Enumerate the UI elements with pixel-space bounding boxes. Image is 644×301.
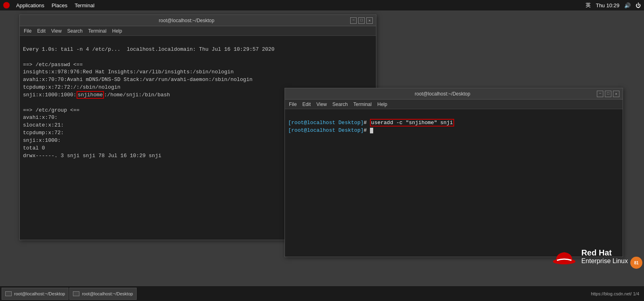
t1-view-menu[interactable]: View xyxy=(49,27,64,35)
places-menu[interactable]: Places xyxy=(48,2,71,9)
system-bar-menu: Applications Places Terminal xyxy=(13,2,98,9)
watch-output-line: Every 1.0s: tail -n 4 /etc/p... localhos… xyxy=(23,46,274,52)
maximize-button-1[interactable]: □ xyxy=(358,17,365,24)
t2-cmd-line-2: [root@localhost Desktop]# xyxy=(288,127,373,133)
terminal-1-titlebar: root@localhost:~/Desktop − □ ✕ xyxy=(20,15,376,26)
minimize-button-1[interactable]: − xyxy=(350,17,357,24)
t2-edit-menu[interactable]: Edit xyxy=(300,101,313,108)
system-bar: Applications Places Terminal 英 Thu 10:29… xyxy=(0,0,644,10)
system-bar-left: Applications Places Terminal xyxy=(3,2,98,9)
redhat-logo-icon xyxy=(3,2,10,8)
taskbar-right-info: https://blog.csdn.net/ 1/4 xyxy=(591,291,642,296)
t2-help-menu[interactable]: Help xyxy=(375,101,390,108)
terminal-window-2: root@localhost:~/Desktop − □ ✕ File Edit… xyxy=(285,88,623,257)
t1-terminal-menu[interactable]: Terminal xyxy=(86,27,109,35)
maximize-button-2[interactable]: □ xyxy=(605,91,611,97)
terminal-2-title: root@localhost:~/Desktop xyxy=(288,91,597,97)
t2-file-menu[interactable]: File xyxy=(287,101,299,108)
desktop: root@localhost:~/Desktop − □ ✕ File Edit… xyxy=(0,10,644,286)
redhat-hat-logo xyxy=(552,247,576,266)
volume-icon[interactable]: 🔊 xyxy=(624,2,631,8)
terminal-1-menubar: File Edit View Search Terminal Help xyxy=(20,26,376,36)
applications-menu[interactable]: Applications xyxy=(13,2,48,9)
terminal-cursor xyxy=(370,128,373,133)
t1-help-menu[interactable]: Help xyxy=(110,27,125,35)
group-header: ==> /etc/group <== xyxy=(23,107,79,113)
t1-edit-menu[interactable]: Edit xyxy=(35,27,48,35)
close-button-1[interactable]: ✕ xyxy=(366,17,373,24)
redhat-branding: Red Hat Enterprise Linux xyxy=(552,247,628,266)
minimize-button-2[interactable]: − xyxy=(597,91,603,97)
avahi-group-line: avahi:x:70: xyxy=(23,114,58,120)
taskbar-item-2[interactable]: root@localhost:~/Desktop xyxy=(69,288,136,300)
redhat-text: Red Hat Enterprise Linux xyxy=(581,248,628,265)
notification-badge: 81 xyxy=(630,257,642,269)
terminal-2-buttons[interactable]: − □ ✕ xyxy=(597,91,619,97)
redhat-name: Red Hat xyxy=(581,248,628,257)
redhat-hat-svg xyxy=(552,247,576,266)
passwd-header: ==> /etc/passwd <== xyxy=(23,62,83,68)
t2-cmd-line-1: [root@localhost Desktop]# useradd -c "sn… xyxy=(288,119,454,127)
t2-view-menu[interactable]: View xyxy=(314,101,329,108)
terminal-menu[interactable]: Terminal xyxy=(71,2,98,9)
slocate-line: slocate:x:21: xyxy=(23,122,64,128)
system-bar-right: 英 Thu 10:29 🔊 ⏻ xyxy=(586,2,641,9)
redhat-product: Enterprise Linux xyxy=(581,257,628,265)
snji-group-line: snji:x:1000: xyxy=(23,137,61,143)
clock: Thu 10:29 xyxy=(596,2,619,8)
taskbar-item-1[interactable]: root@localhost:~/Desktop xyxy=(2,288,69,300)
language-indicator: 英 xyxy=(586,2,591,9)
avahi-line: avahi:x:70:70:Avahi mDNS/DNS-SD Stack:/v… xyxy=(23,77,253,83)
tcpdump-line: tcpdump:x:72:72:/:/sbin/nologin xyxy=(23,84,120,90)
snji-passwd-line: snji:x:1000:1000:snjihome:/home/snji:/bi… xyxy=(23,91,170,99)
tcpdump-group-line: tcpdump:x:72: xyxy=(23,130,64,136)
total-line: total 0 xyxy=(23,145,45,151)
taskbar: root@localhost:~/Desktop root@localhost:… xyxy=(0,286,644,301)
close-button-2[interactable]: ✕ xyxy=(613,91,619,97)
drwx-line: drwx------. 3 snji snji 78 Jul 16 10:29 … xyxy=(23,153,161,159)
t1-file-menu[interactable]: File xyxy=(21,27,34,35)
terminal-2-titlebar: root@localhost:~/Desktop − □ ✕ xyxy=(285,88,623,100)
taskbar-icon-1 xyxy=(5,291,12,296)
t2-search-menu[interactable]: Search xyxy=(330,101,350,108)
useradd-command-highlight: useradd -c "snjihome" snji xyxy=(370,119,454,127)
taskbar-label-1: root@localhost:~/Desktop xyxy=(14,291,65,296)
snjihome-highlight: snjihome xyxy=(77,91,104,99)
insights-line: insights:x:978:976:Red Hat Insights:/var… xyxy=(23,69,234,75)
terminal-1-title: root@localhost:~/Desktop xyxy=(23,18,350,23)
t1-search-menu[interactable]: Search xyxy=(65,27,85,35)
power-icon[interactable]: ⏻ xyxy=(636,2,641,8)
terminal-2-content: [root@localhost Desktop]# useradd -c "sn… xyxy=(285,109,623,257)
taskbar-label-2: root@localhost:~/Desktop xyxy=(82,291,133,296)
terminal-1-buttons[interactable]: − □ ✕ xyxy=(350,17,373,24)
t2-terminal-menu[interactable]: Terminal xyxy=(351,101,374,108)
taskbar-icon-2 xyxy=(73,291,79,296)
terminal-2-menubar: File Edit View Search Terminal Help xyxy=(285,100,623,109)
